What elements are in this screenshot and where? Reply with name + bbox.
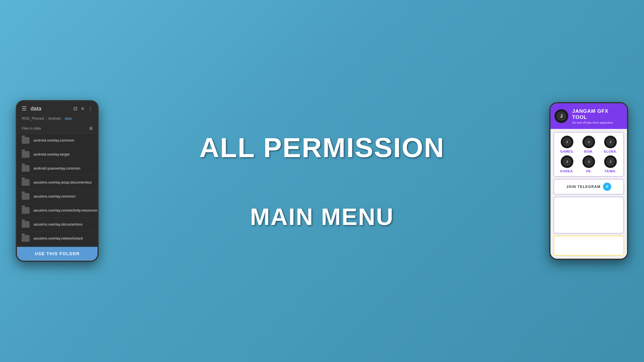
list-item[interactable]: android.overlay.target <box>17 147 98 161</box>
app-title-block: JANGAM GFX TOOL the best off play Store … <box>572 108 623 124</box>
list-item[interactable]: asusims.overlay.networkstack <box>17 232 98 246</box>
file-name: asusims.overlay.connectivity.resources <box>34 208 98 213</box>
files-in-label: Files in data <box>22 126 41 130</box>
file-name: android.overlay.common <box>34 138 74 143</box>
vn-menu-item[interactable]: J VN. <box>579 155 598 173</box>
vn-icon: J <box>582 155 595 168</box>
menu-grid-section: J GAMES. J BGM. J <box>554 132 624 177</box>
list-item[interactable]: android.qvaoverlay.common <box>17 161 98 175</box>
files-header: Files in data ⊞ <box>17 123 98 133</box>
taiwa-label: TAIWA. <box>604 170 616 173</box>
all-permission-heading: ALL PERMISSION <box>199 132 445 164</box>
breadcrumb-sep-2: › <box>62 117 63 120</box>
korea-icon-inner: J <box>563 157 572 166</box>
logo-inner: J <box>556 111 566 121</box>
gfx-content: J GAMES. J BGM. J <box>550 129 627 259</box>
korea-label: KOREA. <box>560 170 574 173</box>
vn-label: VN. <box>586 170 592 173</box>
center-overlay: ALL PERMISSION MAIN MENU <box>199 132 445 230</box>
games-label: GAMES. <box>560 150 574 153</box>
join-telegram-button[interactable]: JOIN TELEGRAM ✈ <box>554 179 624 194</box>
folder-icon <box>22 235 30 242</box>
header-icons: ⊡ ≡ ⋮ <box>74 106 93 111</box>
list-item[interactable]: asusims.overlay.aosp.documentsui <box>17 175 98 189</box>
korea-icon: J <box>561 155 573 168</box>
telegram-label: JOIN TELEGRAM <box>566 185 600 189</box>
right-phone: J JANGAM GFX TOOL the best off play Stor… <box>549 102 628 260</box>
file-name: asusims.overlay.common <box>34 194 76 199</box>
breadcrumb-rog[interactable]: ROG_Phone3 <box>22 116 44 121</box>
more-options-icon[interactable]: ⋮ <box>88 106 93 111</box>
bgm-icon: J <box>582 136 595 148</box>
taiwa-icon-mark: J <box>610 160 611 163</box>
list-item[interactable]: asusims.overlay.tethering <box>17 246 98 247</box>
korea-icon-mark: J <box>566 160 568 163</box>
file-list: android.overlay.common android.overlay.t… <box>17 133 98 247</box>
globa-icon-inner: J <box>606 138 615 146</box>
logo-mark: J <box>560 114 562 119</box>
list-item[interactable]: asusims.overlay.documentsui <box>17 218 98 232</box>
menu-row-2: J KOREA. J VN. J <box>557 155 620 173</box>
list-item[interactable]: asusims.overlay.connectivity.resources <box>17 203 98 218</box>
games-icon-mark: J <box>566 140 568 144</box>
list-item[interactable]: android.overlay.common <box>17 133 98 147</box>
breadcrumb-sep-1: › <box>46 117 46 120</box>
folder-icon <box>22 137 30 144</box>
bgm-label: BGM. <box>584 150 593 153</box>
folder-icon <box>22 207 30 214</box>
folder-title: data <box>30 105 42 112</box>
menu-row-1: J GAMES. J BGM. J <box>557 136 620 153</box>
globa-menu-item[interactable]: J GLOBA. <box>600 136 620 153</box>
list-item[interactable]: asusims.overlay.common <box>17 189 98 203</box>
sort-icon[interactable]: ≡ <box>81 106 84 111</box>
breadcrumb-data: data <box>65 116 72 121</box>
games-icon: J <box>561 136 573 148</box>
folder-icon <box>22 165 30 172</box>
main-menu-heading: MAIN MENU <box>199 203 445 230</box>
taiwa-icon-inner: J <box>606 157 615 166</box>
bgm-menu-item[interactable]: J BGM. <box>579 136 598 153</box>
folder-icon <box>22 151 30 158</box>
folder-icon <box>22 193 30 200</box>
folder-icon <box>22 179 30 186</box>
use-this-folder-button[interactable]: USE THIS FOLDER <box>17 247 98 261</box>
file-name: asusims.overlay.aosp.documentsui <box>34 180 92 185</box>
taiwa-icon: J <box>604 155 617 168</box>
breadcrumb-android[interactable]: Android <box>48 116 60 121</box>
telegram-icon: ✈ <box>603 183 611 191</box>
bgm-icon-inner: J <box>584 138 593 146</box>
korea-menu-item[interactable]: J KOREA. <box>557 155 577 173</box>
left-phone: ☰ data ⊡ ≡ ⋮ ROG_Phone3 › Android › data… <box>16 100 99 262</box>
globa-icon: J <box>604 136 617 148</box>
bgm-icon-mark: J <box>588 140 590 144</box>
bottom-section <box>554 197 624 233</box>
telegram-arrow-icon: ✈ <box>605 184 609 189</box>
breadcrumb: ROG_Phone3 › Android › data <box>17 115 98 123</box>
vn-icon-inner: J <box>584 157 593 166</box>
file-name: asusims.overlay.networkstack <box>34 236 83 241</box>
vn-icon-mark: J <box>588 160 590 163</box>
hamburger-icon[interactable]: ☰ <box>22 105 27 112</box>
header-left: ☰ data <box>22 105 42 112</box>
globa-label: GLOBA. <box>604 150 617 153</box>
games-menu-item[interactable]: J GAMES. <box>557 136 577 153</box>
yellow-border-section <box>554 236 624 256</box>
file-name: asusims.overlay.documentsui <box>34 222 82 227</box>
app-title: JANGAM GFX TOOL <box>572 108 623 120</box>
new-folder-icon[interactable]: ⊡ <box>74 106 77 111</box>
file-name: android.qvaoverlay.common <box>34 166 80 171</box>
games-icon-inner: J <box>563 138 572 146</box>
app-logo: J <box>554 109 568 123</box>
file-manager-header: ☰ data ⊡ ≡ ⋮ <box>17 101 98 115</box>
folder-icon <box>22 221 30 228</box>
grid-view-icon[interactable]: ⊞ <box>89 126 93 131</box>
globa-icon-mark: J <box>610 140 611 144</box>
taiwa-menu-item[interactable]: J TAIWA. <box>600 155 620 173</box>
gfx-header: J JANGAM GFX TOOL the best off play Stor… <box>550 103 627 129</box>
app-subtitle: the best off play Store application <box>572 121 623 124</box>
file-name: android.overlay.target <box>34 152 70 157</box>
